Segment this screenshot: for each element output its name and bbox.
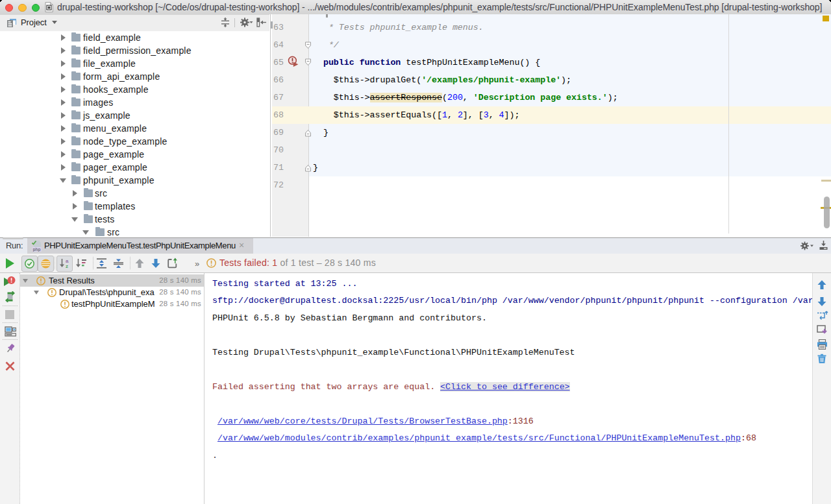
svg-text:php: php: [33, 247, 41, 252]
svg-text:z: z: [66, 263, 68, 269]
